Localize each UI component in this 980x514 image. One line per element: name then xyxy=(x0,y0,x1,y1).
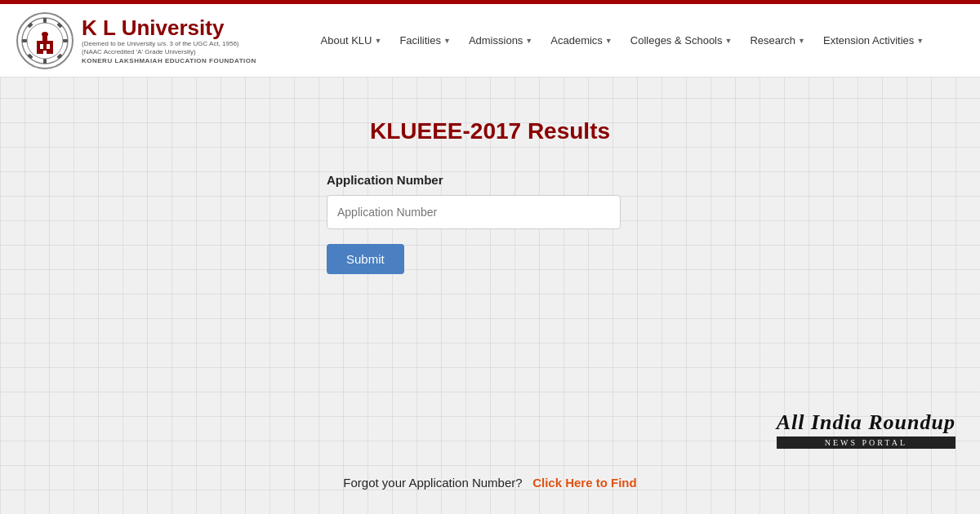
svg-rect-9 xyxy=(56,53,62,59)
watermark-subtitle: NEWS PORTAL xyxy=(777,436,956,449)
svg-rect-4 xyxy=(22,39,27,42)
chevron-down-icon: ▼ xyxy=(605,37,612,45)
forgot-text: Forgot your Application Number? xyxy=(343,476,522,490)
chevron-down-icon: ▼ xyxy=(525,37,532,45)
nav-colleges-schools[interactable]: Colleges & Schools ▼ xyxy=(622,29,741,51)
logo-area: K L University (Deemed to be University … xyxy=(16,12,256,69)
forgot-section: Forgot your Application Number? Click He… xyxy=(343,476,636,490)
chevron-down-icon: ▼ xyxy=(798,37,805,45)
nav-about-klu[interactable]: About KLU ▼ xyxy=(313,29,390,51)
svg-rect-12 xyxy=(40,44,43,49)
svg-rect-2 xyxy=(43,18,47,23)
university-foundation: KONERU LAKSHMAIAH EDUCATION FOUNDATION xyxy=(82,57,256,64)
page-title: KLUEEE-2017 Results xyxy=(370,118,610,144)
header: K L University (Deemed to be University … xyxy=(0,4,980,78)
forgot-link[interactable]: Click Here to Find xyxy=(532,476,637,490)
nav-research[interactable]: Research ▼ xyxy=(742,29,813,51)
svg-rect-8 xyxy=(27,53,33,59)
application-number-label: Application Number xyxy=(327,173,443,187)
university-name-block: K L University (Deemed to be University … xyxy=(82,16,256,64)
application-number-input[interactable] xyxy=(327,195,621,229)
svg-rect-7 xyxy=(56,22,62,28)
nav-facilities[interactable]: Facilities ▼ xyxy=(391,29,459,51)
svg-point-15 xyxy=(42,32,48,37)
chevron-down-icon: ▼ xyxy=(725,37,733,45)
svg-rect-14 xyxy=(43,51,47,54)
chevron-down-icon: ▼ xyxy=(916,37,924,45)
svg-rect-3 xyxy=(43,59,47,64)
chevron-down-icon: ▼ xyxy=(374,37,381,45)
main-content: KLUEEE-2017 Results Application Number S… xyxy=(0,78,980,290)
main-nav: About KLU ▼ Facilities ▼ Admissions ▼ Ac… xyxy=(281,29,964,51)
svg-rect-13 xyxy=(47,44,50,49)
results-form: Application Number Submit xyxy=(327,173,653,290)
nav-academics[interactable]: Academics ▼ xyxy=(542,29,621,51)
nav-admissions[interactable]: Admissions ▼ xyxy=(461,29,541,51)
university-name: K L University xyxy=(82,16,256,40)
nav-extension-activities[interactable]: Extension Activities ▼ xyxy=(815,29,932,51)
submit-button[interactable]: Submit xyxy=(327,244,404,274)
watermark: All India Roundup NEWS PORTAL xyxy=(777,410,956,449)
chevron-down-icon: ▼ xyxy=(443,37,451,45)
svg-rect-5 xyxy=(63,39,68,42)
svg-rect-6 xyxy=(27,22,33,28)
university-logo xyxy=(16,12,74,69)
watermark-title: All India Roundup xyxy=(777,410,956,435)
university-subtitle: (Deemed to be University u/s. 3 of the U… xyxy=(82,40,256,57)
